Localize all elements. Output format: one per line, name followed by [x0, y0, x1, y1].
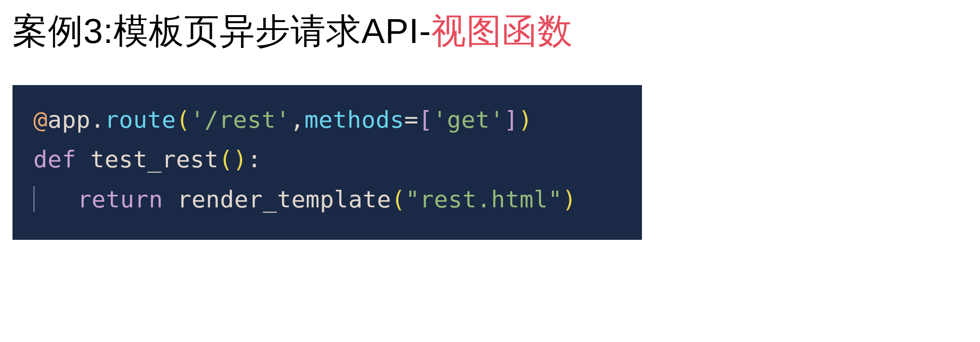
tok-comma: ,: [290, 106, 304, 133]
tok-method-string: 'get': [433, 106, 504, 133]
tok-rparen: ): [518, 106, 532, 133]
tok-parens: (): [219, 146, 247, 173]
tok-methods-kw: methods: [304, 106, 404, 133]
tok-lparen-3: (: [391, 186, 405, 213]
tok-colon: :: [247, 146, 261, 173]
tok-decorator-at: @: [33, 106, 48, 133]
code-block: @app.route('/rest',methods=['get']) def …: [13, 85, 642, 240]
heading-prefix: 案例3:模板页异步请求API-: [13, 11, 431, 50]
tok-render-template: render_template: [177, 186, 391, 213]
slide-heading: 案例3:模板页异步请求API-视图函数: [13, 8, 967, 54]
tok-equals: =: [404, 106, 419, 133]
code-line-3: return render_template("rest.html"): [33, 179, 621, 219]
tok-indent: [35, 186, 78, 213]
tok-path-string: '/rest': [190, 106, 290, 133]
code-line-1: @app.route('/rest',methods=['get']): [33, 100, 621, 139]
tok-app: app: [48, 106, 90, 133]
tok-dot: .: [90, 106, 105, 133]
tok-lbracket: [: [419, 106, 433, 133]
cursor-indicator: [33, 186, 35, 212]
tok-def: def: [33, 146, 90, 173]
tok-funcname: test_rest: [90, 146, 219, 173]
tok-return: return: [78, 186, 178, 213]
tok-rparen-3: ): [562, 186, 576, 213]
code-line-2: def test_rest():: [33, 139, 621, 179]
heading-highlight: 视图函数: [431, 11, 573, 50]
tok-template-string: "rest.html": [406, 186, 562, 213]
tok-lparen: (: [176, 106, 190, 133]
tok-route: route: [105, 106, 176, 133]
tok-rbracket: ]: [504, 106, 518, 133]
